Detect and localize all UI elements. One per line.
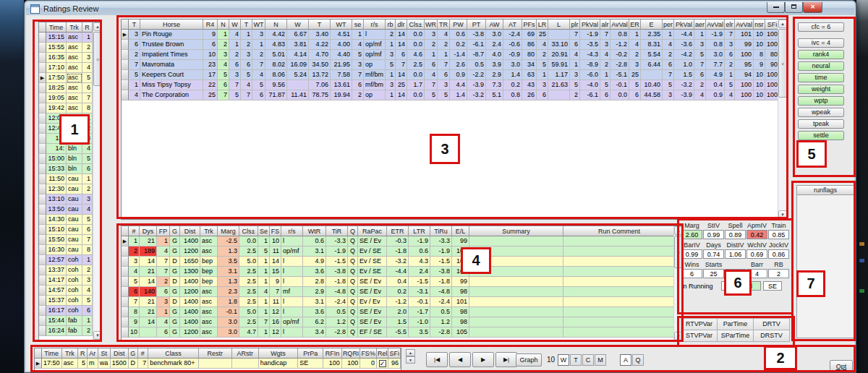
- cell[interactable]: 2.5: [239, 267, 258, 277]
- table-row[interactable]: 15:55asc2: [39, 43, 93, 53]
- column-header-se[interactable]: Se: [258, 226, 270, 236]
- table-row[interactable]: 4217G1300bep3.12.5115l3.6-3.8QEv / SE-4.…: [122, 267, 676, 277]
- cell[interactable]: 10: [754, 40, 765, 50]
- cell[interactable]: 2: [438, 40, 450, 50]
- table-row[interactable]: 61406G1200asc2.32.547mf2.9-4.8QSE / Ev0.…: [122, 287, 676, 297]
- column-header-pfs[interactable]: PFs: [522, 20, 537, 30]
- column-header-n[interactable]: N: [218, 20, 229, 30]
- cell[interactable]: l: [281, 297, 303, 307]
- cell[interactable]: 25: [537, 30, 548, 40]
- cell[interactable]: 3.0: [218, 327, 239, 338]
- cell[interactable]: 3: [725, 40, 735, 50]
- cell[interactable]: -0.1: [610, 80, 629, 90]
- mode-c-button[interactable]: C: [582, 354, 594, 366]
- table-row[interactable]: ▶17:50asc5: [39, 73, 93, 83]
- rtvpvar-button[interactable]: RTVPVar: [681, 318, 718, 330]
- cell[interactable]: 8: [82, 103, 93, 113]
- cell[interactable]: 9: [270, 277, 281, 287]
- cell[interactable]: cau: [67, 184, 82, 194]
- cell[interactable]: 4.6: [407, 50, 425, 60]
- cell[interactable]: coh: [67, 296, 82, 306]
- column-header-at[interactable]: AT: [503, 20, 522, 30]
- cell[interactable]: 5.01: [265, 50, 287, 60]
- table-row[interactable]: 9144G1400asc3.02.5716op/mf6.21.2QSE / Ev…: [122, 317, 676, 327]
- cell[interactable]: 105: [452, 327, 469, 338]
- column-header-elr[interactable]: elr: [725, 20, 735, 30]
- table-row[interactable]: 12:30cau2: [39, 184, 93, 194]
- cell[interactable]: cau: [67, 194, 82, 205]
- table-row[interactable]: 15:50cau7: [39, 235, 93, 245]
- cell[interactable]: 3: [129, 30, 140, 40]
- cell[interactable]: asc: [200, 297, 218, 307]
- table-row[interactable]: 7Mavromata2346678.0216.0934.5021.953op57…: [122, 60, 780, 70]
- cell[interactable]: Impatient Times: [140, 50, 203, 60]
- cell[interactable]: 3.4: [303, 327, 326, 338]
- cell[interactable]: -6.1: [467, 40, 486, 50]
- cell[interactable]: 7: [258, 317, 270, 327]
- cell[interactable]: -3.8: [430, 267, 452, 277]
- cell[interactable]: 1.0: [674, 60, 694, 70]
- cell[interactable]: -0.9: [503, 50, 522, 60]
- column-header-tr[interactable]: TR: [438, 20, 450, 30]
- cell[interactable]: 21.63: [548, 80, 570, 90]
- cell[interactable]: 17: [203, 70, 218, 80]
- cell[interactable]: 2: [629, 50, 641, 60]
- cell[interactable]: 6: [129, 287, 140, 297]
- cell[interactable]: 2.5: [239, 287, 258, 297]
- cell[interactable]: 2: [252, 50, 265, 60]
- cell[interactable]: 3: [570, 70, 580, 80]
- table-row[interactable]: 15:37coh5: [39, 296, 93, 306]
- cell[interactable]: 3.0: [706, 50, 725, 60]
- nav-last-button[interactable]: ▶|: [495, 352, 517, 367]
- cell[interactable]: 13:50: [46, 205, 67, 215]
- nav-next-button[interactable]: ▶: [472, 352, 494, 367]
- table-row[interactable]: ▶3Pin Rouge914134.426.673.404.511l2140.0…: [122, 30, 780, 40]
- cell[interactable]: 19:42: [46, 103, 67, 113]
- cell[interactable]: 4.9: [706, 70, 725, 80]
- cell[interactable]: 6: [425, 60, 438, 70]
- cell[interactable]: -5.1: [610, 70, 629, 80]
- cell[interactable]: 7: [270, 287, 281, 297]
- cell[interactable]: 4: [629, 40, 641, 50]
- cell[interactable]: 16: [270, 317, 281, 327]
- row-selector[interactable]: [122, 257, 129, 267]
- scroll-down-icon[interactable]: ▼: [778, 210, 787, 219]
- column-header-pkval[interactable]: PkVal: [674, 20, 694, 30]
- cell[interactable]: 3: [229, 70, 241, 80]
- stvpvar-button[interactable]: STVPVar: [681, 330, 718, 342]
- cell[interactable]: 4: [663, 40, 674, 50]
- mode-w-button[interactable]: W: [558, 354, 569, 366]
- cell[interactable]: 8.06: [265, 70, 287, 80]
- column-header-marg[interactable]: Marg: [218, 226, 239, 236]
- cell[interactable]: 1650: [180, 257, 200, 267]
- cell[interactable]: 5: [629, 80, 641, 90]
- cell[interactable]: 78.75: [309, 90, 331, 100]
- column-header-se[interactable]: se: [352, 20, 364, 30]
- cell[interactable]: 10: [203, 50, 218, 60]
- cell[interactable]: G: [170, 246, 180, 257]
- cell[interactable]: 0.8: [706, 40, 725, 50]
- cell[interactable]: Q: [348, 246, 358, 257]
- cell[interactable]: 80: [522, 50, 537, 60]
- cell[interactable]: coh: [67, 265, 82, 275]
- cell[interactable]: 7: [157, 267, 170, 277]
- cell[interactable]: 17:10: [46, 63, 67, 73]
- table-row[interactable]: 13:50cau4: [39, 205, 93, 215]
- spin-down-icon[interactable]: ▼: [406, 356, 415, 364]
- cell[interactable]: 4: [600, 50, 610, 60]
- table-row[interactable]: 7213D1400asc1.82.5111l3.1-2.4QEv / Ev-1.…: [122, 297, 676, 307]
- cell[interactable]: 5: [600, 80, 610, 90]
- cell[interactable]: 14:57: [46, 286, 67, 296]
- cell[interactable]: [563, 277, 676, 287]
- cell[interactable]: 4: [438, 30, 450, 40]
- cell[interactable]: 5: [129, 70, 140, 80]
- cell[interactable]: -4.4: [674, 30, 694, 40]
- cell[interactable]: 1: [258, 307, 270, 317]
- cell[interactable]: asc: [200, 327, 218, 338]
- cell[interactable]: 15:50: [46, 235, 67, 245]
- cell[interactable]: 17:50: [46, 73, 67, 83]
- cell[interactable]: 3: [157, 297, 170, 307]
- cell[interactable]: 4.4: [450, 80, 467, 90]
- cell[interactable]: 21: [140, 267, 157, 277]
- cell[interactable]: bln: [67, 154, 82, 164]
